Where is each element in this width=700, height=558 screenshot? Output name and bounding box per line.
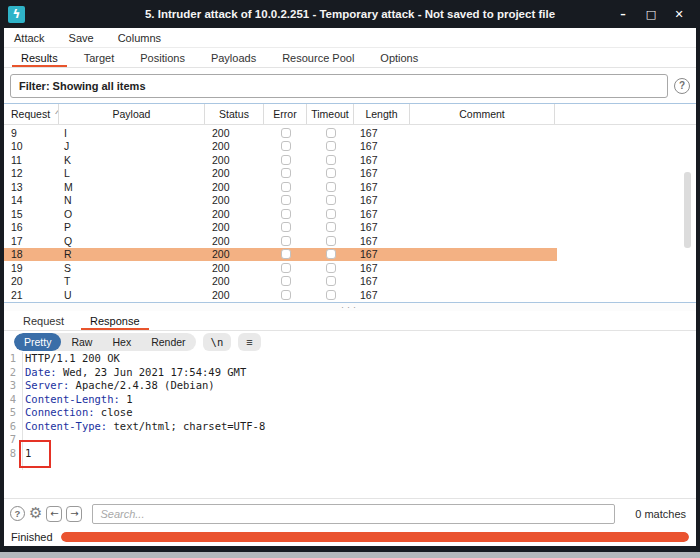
cell-request: 18 <box>4 248 59 260</box>
response-segment: 1 <box>120 393 133 405</box>
mode-button-raw[interactable]: Raw <box>61 333 102 351</box>
search-help-icon[interactable]: ? <box>10 506 25 521</box>
column-header-payload[interactable]: Payload <box>59 104 205 124</box>
timeout-checkbox[interactable] <box>326 249 336 259</box>
table-row[interactable]: 11 K 200 167 <box>4 153 696 167</box>
table-row[interactable]: 18 R 200 167 <box>4 248 557 262</box>
menu-item-save[interactable]: Save <box>69 32 94 44</box>
tab-target[interactable]: Target <box>71 48 128 67</box>
cell-payload: S <box>59 262 205 274</box>
viewer-tab-request[interactable]: Request <box>10 311 77 330</box>
table-row[interactable]: 17 Q 200 167 <box>4 234 696 248</box>
help-icon[interactable]: ? <box>674 78 690 94</box>
error-checkbox[interactable] <box>281 141 291 151</box>
close-icon[interactable]: ✕ <box>672 8 686 21</box>
attack-status-label: Finished <box>11 531 53 543</box>
line-number: 4 <box>4 393 18 407</box>
response-segment: Apache/2.4.38 (Debian) <box>69 379 214 391</box>
table-row[interactable]: 10 J 200 167 <box>4 140 696 154</box>
menu-item-attack[interactable]: Attack <box>14 32 45 44</box>
search-input[interactable] <box>92 504 615 524</box>
error-checkbox[interactable] <box>281 276 291 286</box>
prev-match-button[interactable]: ← <box>46 506 62 522</box>
cell-status: 200 <box>205 248 264 260</box>
line-number: 7 <box>4 433 18 447</box>
timeout-checkbox[interactable] <box>326 236 336 246</box>
viewer-tab-response[interactable]: Response <box>77 311 153 330</box>
timeout-checkbox[interactable] <box>326 209 336 219</box>
cell-request: 20 <box>4 275 59 287</box>
error-checkbox[interactable] <box>281 209 291 219</box>
tab-payloads[interactable]: Payloads <box>198 48 269 67</box>
table-row[interactable]: 19 S 200 167 <box>4 261 696 275</box>
newline-toggle-button[interactable]: \n <box>203 333 232 351</box>
table-row[interactable]: 20 T 200 167 <box>4 275 696 289</box>
timeout-checkbox[interactable] <box>326 128 336 138</box>
editor-menu-button[interactable]: ≡ <box>238 333 260 351</box>
tab-positions[interactable]: Positions <box>127 48 198 67</box>
column-header-timeout[interactable]: Timeout <box>307 104 354 124</box>
timeout-checkbox[interactable] <box>326 290 336 300</box>
column-header-error[interactable]: Error <box>264 104 307 124</box>
table-row[interactable]: 21 U 200 167 <box>4 288 696 302</box>
cell-status: 200 <box>205 181 264 193</box>
error-checkbox[interactable] <box>281 249 291 259</box>
timeout-checkbox[interactable] <box>326 182 336 192</box>
table-row[interactable]: 15 O 200 167 <box>4 207 696 221</box>
error-checkbox[interactable] <box>281 155 291 165</box>
cell-request: 17 <box>4 235 59 247</box>
cell-request: 14 <box>4 194 59 206</box>
timeout-checkbox[interactable] <box>326 222 336 232</box>
filter-bar[interactable]: Filter: Showing all items <box>10 74 668 98</box>
mode-button-render[interactable]: Render <box>141 333 195 351</box>
response-editor[interactable]: 1 HTTP/1.1 200 OK 2 Date: Wed, 23 Jun 20… <box>4 352 696 498</box>
error-checkbox[interactable] <box>281 168 291 178</box>
timeout-checkbox[interactable] <box>326 141 336 151</box>
cell-status: 200 <box>205 167 264 179</box>
table-row[interactable]: 12 L 200 167 <box>4 167 696 181</box>
timeout-checkbox[interactable] <box>326 276 336 286</box>
viewer-toolbar: PrettyRawHexRender \n ≡ <box>4 331 696 352</box>
timeout-checkbox[interactable] <box>326 168 336 178</box>
response-line: 5 Connection: close <box>4 406 696 420</box>
timeout-checkbox[interactable] <box>326 155 336 165</box>
error-checkbox[interactable] <box>281 195 291 205</box>
table-scrollbar[interactable] <box>684 172 691 248</box>
cell-request: 15 <box>4 208 59 220</box>
tab-resource-pool[interactable]: Resource Pool <box>269 48 367 67</box>
error-checkbox[interactable] <box>281 263 291 273</box>
error-checkbox[interactable] <box>281 236 291 246</box>
column-header-length[interactable]: Length <box>354 104 410 124</box>
error-checkbox[interactable] <box>281 128 291 138</box>
menu-item-columns[interactable]: Columns <box>118 32 161 44</box>
line-text: Server: Apache/2.4.38 (Debian) <box>18 379 215 393</box>
table-row[interactable]: 14 N 200 167 <box>4 194 696 208</box>
results-table-body: 9 I 200 167 10 J 200 167 11 K 200 167 12… <box>4 125 696 303</box>
tab-options[interactable]: Options <box>367 48 431 67</box>
table-row[interactable]: 16 P 200 167 <box>4 221 696 235</box>
error-checkbox[interactable] <box>281 290 291 300</box>
table-row[interactable]: 9 I 200 167 <box>4 126 696 140</box>
response-line: 4 Content-Length: 1 <box>4 393 696 407</box>
cell-length: 167 <box>354 248 410 260</box>
cell-length: 167 <box>354 127 410 139</box>
cell-length: 167 <box>354 221 410 233</box>
timeout-checkbox[interactable] <box>326 263 336 273</box>
column-header-request[interactable]: Request ^ <box>4 104 59 124</box>
error-checkbox[interactable] <box>281 182 291 192</box>
next-match-button[interactable]: → <box>66 506 82 522</box>
cell-status: 200 <box>205 262 264 274</box>
mode-button-pretty[interactable]: Pretty <box>14 333 61 351</box>
cell-status: 200 <box>205 194 264 206</box>
column-header-status[interactable]: Status <box>205 104 264 124</box>
tab-results[interactable]: Results <box>8 48 71 67</box>
panel-splitter[interactable]: ··· <box>4 303 696 311</box>
table-row[interactable]: 13 M 200 167 <box>4 180 696 194</box>
error-checkbox[interactable] <box>281 222 291 232</box>
column-header-comment[interactable]: Comment <box>410 104 555 124</box>
maximize-icon[interactable]: □ <box>644 8 658 21</box>
gear-icon[interactable]: ⚙ <box>29 506 42 521</box>
minimize-icon[interactable]: – <box>616 8 630 21</box>
timeout-checkbox[interactable] <box>326 195 336 205</box>
mode-button-hex[interactable]: Hex <box>102 333 141 351</box>
